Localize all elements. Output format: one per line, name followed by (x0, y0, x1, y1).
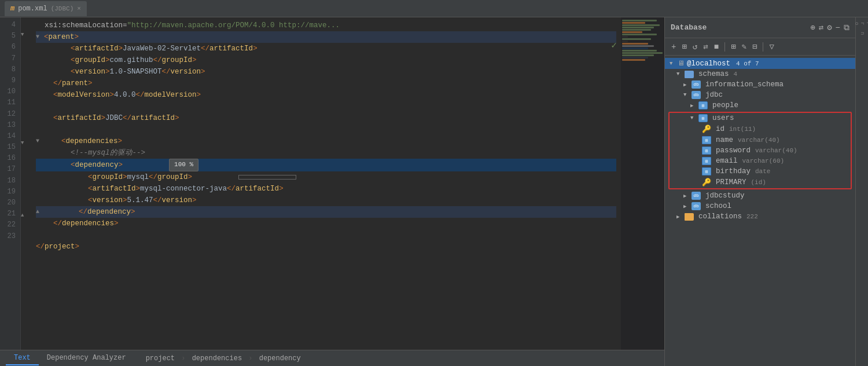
db-refresh-button[interactable]: ↺ (691, 41, 699, 53)
db-sync-button[interactable]: ⇄ (701, 41, 709, 53)
line-numbers: 4 5 6 7 8 9 10 11 12 13 14 15 16 17 18 1… (0, 17, 21, 350)
right-strip-item-1[interactable]: Pro (852, 20, 869, 27)
password-column-label: password (716, 147, 751, 155)
tab-filename: pom.xml (18, 5, 47, 13)
fold-icon-inline-14[interactable]: ▼ (36, 137, 44, 146)
code-line-13 (36, 124, 616, 136)
schemas-folder-icon (685, 71, 694, 78)
db-globe-icon[interactable]: ⊕ (810, 23, 815, 32)
db-index-primary[interactable]: 🔑 PRIMARY (id) (670, 177, 851, 188)
host-count: 4 of 7 (736, 60, 759, 67)
db-toolbar-separator (724, 42, 725, 52)
code-line-7: <groupId>com.github</groupId> (36, 54, 616, 66)
maven-icon: m (10, 5, 14, 13)
code-line-17: <groupId>mysql</groupId> (36, 171, 616, 183)
code-line-23: </project> (36, 241, 616, 252)
db-column-id[interactable]: 🔑 id int(11) (670, 123, 851, 135)
name-column-type: varchar(40) (738, 137, 780, 144)
info-schema-icon: db (692, 80, 701, 89)
file-tab[interactable]: m pom.xml (JDBC) × (5, 1, 87, 16)
minimap (621, 17, 664, 350)
minimap-line (622, 22, 645, 24)
birthday-column-label: birthday (716, 167, 751, 175)
database-panel: Database ⊕ ⇄ ⚙ − ⧉ + ⊞ ↺ ⇄ ■ ⊞ ✎ ⊟ ▽ (664, 17, 855, 366)
fold-icon-5[interactable]: ▼ (21, 32, 31, 44)
fold-icon-20[interactable]: ▲ (21, 213, 31, 225)
main-layout: 4 5 6 7 8 9 10 11 12 13 14 15 16 17 18 1… (0, 17, 868, 366)
code-line-22 (36, 229, 616, 241)
db-minimize-icon[interactable]: − (836, 23, 840, 32)
jdbc-schema-label: jdbc (705, 91, 723, 99)
db-jdbcstudy-schema[interactable]: ▶ db jdbcstudy (679, 191, 855, 201)
breadcrumb: project › dependencies › dependency (146, 354, 301, 363)
jdbcstudy-chevron-icon: ▶ (683, 193, 689, 199)
db-copy-button[interactable]: ⊞ (680, 41, 688, 53)
db-stop-button[interactable]: ■ (712, 41, 720, 53)
percent-badge: 100 % (169, 159, 198, 171)
progress-bar (238, 175, 296, 180)
db-table-people[interactable]: ▶ ⊞ people (686, 100, 855, 111)
code-line-10: <modelVersion>4.0.0</modelVersion> (36, 89, 616, 101)
db-tree[interactable]: ▼ 🖥 @localhost 4 of 7 ▼ schemas 4 ▶ db i… (665, 56, 855, 366)
minimap-line (622, 45, 654, 47)
email-col-icon: ⊞ (702, 157, 711, 165)
db-panel-title: Database (671, 23, 806, 32)
db-edit-icon[interactable]: ✎ (740, 41, 748, 53)
status-tab-text[interactable]: Text (6, 352, 39, 365)
primary-index-ref: (id) (751, 179, 766, 186)
info-schema-label: information_schema (705, 80, 784, 89)
users-table-chevron-icon: ▼ (690, 115, 696, 121)
db-information-schema[interactable]: ▶ db information_schema (679, 79, 855, 90)
people-table-icon: ⊞ (698, 101, 708, 109)
jdbcstudy-schema-icon: db (692, 192, 701, 200)
minimap-line (622, 47, 648, 49)
jdbc-schema-icon: db (692, 91, 701, 99)
db-filter-icon[interactable]: ▽ (767, 41, 775, 53)
code-line-11 (36, 101, 616, 112)
db-table-icon[interactable]: ⊞ (729, 41, 737, 53)
right-strip-item-2[interactable]: n (858, 30, 866, 37)
db-host-item[interactable]: ▼ 🖥 @localhost 4 of 7 (665, 58, 855, 69)
password-col-icon: ⊞ (702, 147, 711, 155)
db-column-password[interactable]: ⊞ password varchar(40) (670, 145, 851, 156)
db-split-icon[interactable]: ⇄ (819, 23, 823, 32)
status-tab-dependency-analyzer[interactable]: Dependency Analyzer (39, 352, 134, 365)
db-external-icon[interactable]: ⧉ (844, 23, 849, 32)
db-header-icons: ⊕ ⇄ ⚙ − ⧉ (810, 23, 849, 32)
schemas-folder[interactable]: ▼ schemas 4 (672, 69, 855, 79)
fold-icon-inline-20[interactable]: ▲ (36, 207, 44, 217)
fold-icon-inline-5[interactable]: ▼ (36, 32, 44, 42)
code-editor[interactable]: xsi:schemaLocation="http://maven.apache.… (31, 17, 621, 350)
db-settings-icon[interactable]: ⚙ (827, 23, 832, 32)
users-red-box: ▼ ⊞ users 🔑 id int(11) ⊞ name varchar(40… (668, 112, 852, 189)
collations-folder[interactable]: ▶ collations 222 (672, 211, 855, 222)
db-toolbar: + ⊞ ↺ ⇄ ■ ⊞ ✎ ⊟ ▽ (665, 38, 855, 56)
minimap-line (622, 54, 654, 56)
primary-key-icon: 🔑 (702, 178, 711, 187)
db-table-users[interactable]: ▼ ⊞ users (670, 113, 851, 123)
birthday-col-icon: ⊞ (702, 167, 711, 175)
db-school-schema[interactable]: ▶ db school (679, 201, 855, 211)
code-line-4: xsi:schemaLocation="http://maven.apache.… (36, 20, 616, 31)
db-column-email[interactable]: ⊞ email varchar(60) (670, 156, 851, 166)
tab-context: (JDBC) (51, 5, 74, 12)
email-column-label: email (716, 157, 738, 165)
db-jdbc-schema[interactable]: ▼ db jdbc (679, 90, 855, 100)
code-line-19: <version>5.1.47</version> (36, 195, 616, 206)
collations-label: collations (698, 213, 742, 221)
primary-index-label: PRIMARY (716, 178, 746, 186)
db-add-button[interactable]: + (670, 41, 678, 53)
info-schema-chevron-icon: ▶ (683, 82, 689, 88)
editor-content: 4 5 6 7 8 9 10 11 12 13 14 15 16 17 18 1… (0, 17, 664, 350)
status-tabs: Text Dependency Analyzer (6, 352, 134, 365)
code-line-6: <artifactId>JavaWeb-02-Servlet</artifact… (36, 43, 616, 54)
minimap-line (622, 50, 657, 52)
email-column-type: varchar(60) (742, 158, 785, 164)
db-column-birthday[interactable]: ⊞ birthday date (670, 166, 851, 177)
db-remove-icon[interactable]: ⊟ (751, 41, 759, 53)
minimap-line (622, 41, 628, 42)
db-column-name[interactable]: ⊞ name varchar(40) (670, 135, 851, 145)
close-tab-button[interactable]: × (77, 5, 81, 12)
fold-icon-14[interactable]: ▼ (21, 140, 31, 152)
code-line-21: </dependencies> (36, 218, 616, 229)
